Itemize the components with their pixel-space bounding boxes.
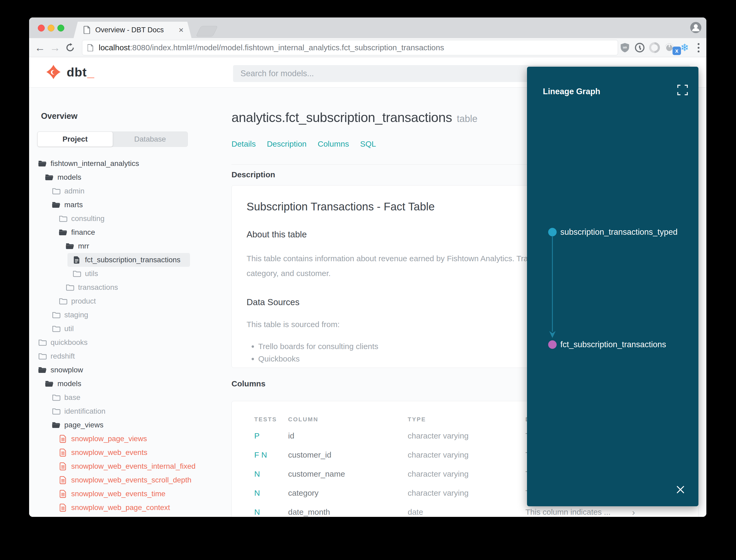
tree-item-snowplow_web_page_context[interactable]: snowplow_web_page_context bbox=[29, 501, 232, 514]
tree-item-label: fct_subscription_transactions bbox=[85, 256, 181, 264]
tree-item-label: page_views bbox=[64, 421, 103, 429]
ublock-extension-icon[interactable]: uo bbox=[618, 38, 632, 57]
tests-cell: F N bbox=[254, 450, 267, 459]
tree-item-snowplow_web_events_scroll_depth[interactable]: snowplow_web_events_scroll_depth bbox=[29, 473, 232, 487]
tree-item-snowplow_web_events_internal_fixed[interactable]: snowplow_web_events_internal_fixed bbox=[29, 459, 232, 473]
browser-menu-button[interactable] bbox=[692, 38, 705, 57]
model-nav-link-sql[interactable]: SQL bbox=[360, 139, 376, 148]
opera-extension-icon[interactable] bbox=[648, 38, 661, 57]
tree-item-staging[interactable]: staging bbox=[29, 308, 232, 322]
tab-database[interactable]: Database bbox=[113, 132, 188, 147]
dbt-logo-text: dbt bbox=[67, 65, 87, 79]
minimize-window-button[interactable] bbox=[48, 25, 55, 31]
column-header-tests: TESTS bbox=[254, 416, 277, 423]
model-name: analytics.fct_subscription_transactions bbox=[232, 110, 452, 125]
tree-item-transactions[interactable]: transactions bbox=[29, 281, 232, 294]
forward-button[interactable]: → bbox=[49, 38, 61, 57]
tree-item-label: models bbox=[57, 173, 81, 182]
tree-item-label: finance bbox=[71, 228, 95, 237]
new-tab-button[interactable] bbox=[196, 26, 218, 37]
page-icon bbox=[84, 26, 91, 34]
tree-item-quickbooks[interactable]: quickbooks bbox=[29, 336, 232, 349]
back-button[interactable]: ← bbox=[34, 38, 46, 57]
tree-item-product[interactable]: product bbox=[29, 294, 232, 308]
desktop-background: Overview - DBT Docs × ← → bbox=[0, 0, 736, 560]
node-dot bbox=[548, 228, 557, 236]
onepassword-extension-icon[interactable] bbox=[633, 38, 647, 57]
tree-item-snowplow_page_views[interactable]: snowplow_page_views bbox=[29, 432, 232, 446]
tree-item-models[interactable]: models bbox=[29, 170, 232, 184]
node-label: subscription_transactions_typed bbox=[560, 227, 678, 237]
fullscreen-icon[interactable] bbox=[677, 84, 688, 96]
tree-item-label: snowplow_web_events bbox=[71, 448, 147, 457]
close-tab-icon[interactable]: × bbox=[179, 26, 184, 34]
tree-item-marts[interactable]: marts bbox=[29, 198, 232, 212]
tree-item-fct_subscription_transactions[interactable]: fct_subscription_transactions bbox=[67, 253, 190, 267]
model-nav-link-details[interactable]: Details bbox=[232, 139, 256, 148]
tree-item-fishtown_internal_analytics[interactable]: fishtown_internal_analytics bbox=[29, 157, 232, 170]
tab-project[interactable]: Project bbox=[38, 132, 113, 147]
tree-item-models[interactable]: models bbox=[29, 377, 232, 391]
tree-item-label: identification bbox=[64, 407, 106, 416]
tree-item-label: quickbooks bbox=[51, 338, 88, 347]
profile-avatar-icon[interactable] bbox=[690, 22, 702, 33]
tree-item-utils[interactable]: utils bbox=[29, 267, 232, 281]
column-header-type: TYPE bbox=[408, 416, 426, 423]
type-cell: character varying bbox=[408, 489, 468, 498]
lineage-node-upstream[interactable]: subscription_transactions_typed bbox=[548, 227, 678, 237]
reload-button[interactable] bbox=[64, 38, 76, 57]
expand-row-chevron-icon[interactable]: › bbox=[632, 507, 635, 517]
tests-cell: P bbox=[254, 431, 260, 440]
tree-item-snowplow_web_events_time[interactable]: snowplow_web_events_time bbox=[29, 487, 232, 501]
tree-item-finance[interactable]: finance bbox=[29, 225, 232, 239]
tree-item-admin[interactable]: admin bbox=[29, 184, 232, 198]
tree-item-identification[interactable]: identification bbox=[29, 404, 232, 418]
tab-title: Overview - DBT Docs bbox=[95, 26, 164, 34]
tree-item-label: consulting bbox=[71, 214, 105, 223]
tests-cell: N bbox=[254, 489, 260, 498]
file-tree: fishtown_internal_analyticsmodelsadminma… bbox=[29, 157, 232, 514]
tree-item-label: redshift bbox=[51, 352, 75, 360]
tree-item-label: snowplow_web_events_time bbox=[71, 490, 165, 498]
tree-item-base[interactable]: base bbox=[29, 391, 232, 404]
close-window-button[interactable] bbox=[38, 25, 45, 31]
tree-item-mrr[interactable]: mrr bbox=[29, 239, 232, 253]
tree-item-label: base bbox=[64, 393, 80, 402]
address-bar[interactable]: localhost:8080/index.html#!/model/model.… bbox=[82, 40, 618, 55]
lineage-node-current[interactable]: fct_subscription_transactions bbox=[548, 340, 666, 349]
tree-item-label: staging bbox=[64, 311, 88, 319]
browser-window: Overview - DBT Docs × ← → bbox=[29, 17, 706, 517]
tree-item-redshift[interactable]: redshift bbox=[29, 349, 232, 363]
url-path: :8080/index.html#!/model/model.fishtown_… bbox=[130, 43, 444, 52]
close-lineage-icon[interactable] bbox=[675, 484, 686, 495]
tree-item-consulting[interactable]: consulting bbox=[29, 212, 232, 225]
tree-item-label: transactions bbox=[78, 283, 118, 292]
tree-item-label: marts bbox=[64, 201, 83, 209]
tests-cell: N bbox=[254, 508, 260, 517]
tree-item-util[interactable]: util bbox=[29, 322, 232, 336]
dbt-logo-icon bbox=[46, 65, 61, 79]
snowflake-extension-icon[interactable]: ❄ bbox=[678, 38, 692, 57]
type-cell: date bbox=[408, 508, 423, 517]
dbt-logo[interactable]: dbt_ bbox=[46, 65, 94, 79]
browser-tab[interactable]: Overview - DBT Docs × bbox=[74, 22, 192, 38]
tree-item-snowplow_web_events[interactable]: snowplow_web_events bbox=[29, 446, 232, 459]
reload-icon bbox=[65, 43, 75, 52]
kebab-menu-icon bbox=[698, 43, 699, 52]
tree-item-snowplow[interactable]: snowplow bbox=[29, 363, 232, 377]
page-title: analytics.fct_subscription_transactionst… bbox=[232, 110, 477, 125]
zoom-window-button[interactable] bbox=[57, 25, 64, 31]
model-nav-link-description[interactable]: Description bbox=[267, 139, 307, 148]
browser-toolbar: ← → localhost:8080/index.html#!/model/mo… bbox=[29, 38, 706, 57]
lineage-edge-arrow bbox=[548, 236, 557, 340]
tree-item-label: snowplow bbox=[51, 366, 83, 374]
model-nav-link-columns[interactable]: Columns bbox=[318, 139, 349, 148]
column-cell: customer_name bbox=[288, 469, 345, 478]
url-host: localhost bbox=[99, 43, 130, 52]
tree-item-page_views[interactable]: page_views bbox=[29, 418, 232, 432]
tree-item-label: snowplow_page_views bbox=[71, 435, 147, 443]
tree-item-label: admin bbox=[64, 187, 84, 195]
tab-strip: Overview - DBT Docs × bbox=[29, 17, 706, 38]
tree-item-label: models bbox=[57, 380, 81, 388]
column-cell: id bbox=[288, 431, 294, 440]
